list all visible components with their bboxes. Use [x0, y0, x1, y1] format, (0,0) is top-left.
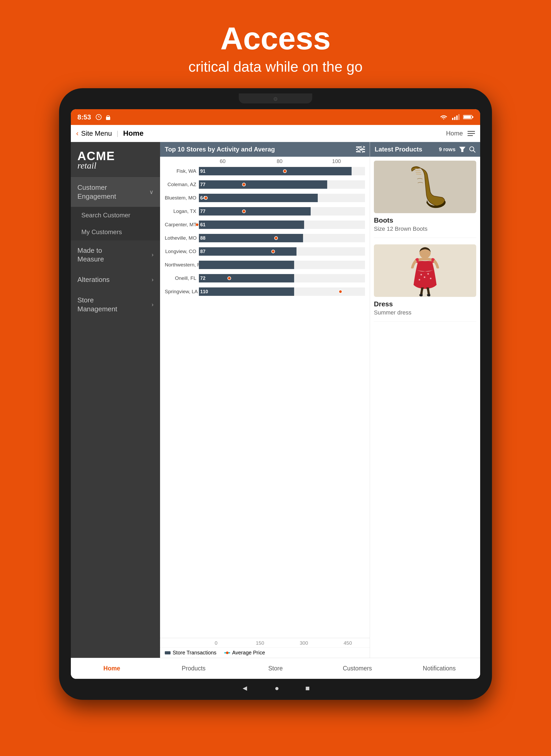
- svg-point-34: [420, 274, 422, 275]
- screen: 8:53: [71, 109, 480, 679]
- svg-point-36: [427, 273, 429, 275]
- bar: 110: [199, 288, 294, 296]
- bar-inner-label: 72: [200, 276, 205, 281]
- chart-row-label: Bluestem, MO: [165, 195, 199, 201]
- bottom-nav: Home Products Store Customers Notificati…: [71, 658, 480, 679]
- svg-point-37: [419, 279, 420, 280]
- bar-container: 64322: [199, 194, 365, 202]
- chart-row-label: Lotheville, MO: [165, 235, 199, 241]
- back-chevron-icon[interactable]: ‹: [76, 129, 78, 137]
- sidebar-item-my-customers[interactable]: My Customers: [71, 224, 160, 241]
- product-boots-name: Boots: [374, 216, 476, 225]
- chart-title: Top 10 Stores by Activity and Averag: [165, 146, 275, 153]
- home-button[interactable]: ●: [275, 684, 279, 693]
- chart-row-label: Carpenter, MT: [165, 222, 199, 228]
- back-button[interactable]: ◄: [241, 684, 248, 693]
- filter-icon[interactable]: [459, 146, 466, 152]
- main-content: ACME retail CustomerEngagement ∨ Search …: [71, 142, 480, 658]
- chart-row: Coleman, AZ77348: [165, 179, 365, 190]
- hero-subtitle: critical data while on the go: [188, 58, 362, 75]
- bar-container: 72258: [199, 274, 365, 283]
- products-controls: 9 rows: [439, 146, 475, 152]
- products-panel: Latest Products 9 rows: [370, 142, 480, 658]
- chart-row: Lotheville, MO88282: [165, 233, 365, 244]
- svg-point-16: [360, 150, 363, 153]
- legend-line-item: Average Price: [224, 650, 265, 656]
- sidebar-item-store-management[interactable]: StoreManagement ›: [71, 290, 160, 320]
- chart-row: Springview, LA110258: [165, 286, 365, 297]
- search-icon[interactable]: [469, 146, 475, 152]
- legend-line-icon: [224, 652, 230, 653]
- hero-section: Access critical data while on the go: [188, 21, 362, 75]
- product-item-boots[interactable]: Boots Size 12 Brown Boots: [374, 161, 476, 238]
- svg-marker-26: [459, 147, 466, 152]
- bar: 77: [199, 207, 311, 216]
- bottom-nav-customers[interactable]: Customers: [317, 662, 398, 675]
- chart-controls: [356, 146, 365, 153]
- store-management-label: StoreManagement: [77, 296, 152, 314]
- site-menu-label[interactable]: Site Menu: [81, 129, 112, 137]
- bottom-nav-notifications[interactable]: Notifications: [398, 662, 480, 675]
- bar-container: 110258: [199, 288, 365, 296]
- hamburger-icon[interactable]: [468, 131, 475, 136]
- products-header: Latest Products 9 rows: [370, 142, 480, 157]
- product-item-dress[interactable]: Dress Summer dress: [374, 245, 476, 322]
- svg-line-28: [473, 150, 475, 152]
- legend-bar-item: Store Transactions: [165, 650, 216, 656]
- chart-panel: Top 10 Stores by Activity and Averag: [160, 142, 370, 658]
- bar-container: 88282: [199, 234, 365, 242]
- bar-inner-label: 88: [200, 236, 205, 241]
- legend-bar-label: Store Transactions: [173, 650, 216, 656]
- sidebar-item-search-customer[interactable]: Search Customer: [71, 207, 160, 224]
- bar-container: 258: [199, 261, 365, 269]
- tablet-device: 8:53: [59, 88, 492, 700]
- chart-row-label: Fisk, WA: [165, 168, 199, 174]
- legend-bar-icon: [165, 651, 170, 655]
- bar-inner-label: 77: [200, 209, 205, 214]
- bar-inner-label: 87: [200, 249, 205, 254]
- sidebar-item-customer-engagement[interactable]: CustomerEngagement ∨: [71, 177, 160, 207]
- svg-rect-7: [458, 114, 459, 120]
- chart-row-label: Logan, TX: [165, 209, 199, 214]
- chart-row: Oneill, FL72258: [165, 273, 365, 284]
- product-dress-name: Dress: [374, 300, 476, 308]
- chart-row: Longview, CO87264: [165, 246, 365, 257]
- product-boots-desc: Size 12 Brown Boots: [374, 226, 476, 232]
- svg-rect-5: [454, 117, 456, 120]
- bottom-nav-home[interactable]: Home: [71, 662, 153, 675]
- chart-header: Top 10 Stores by Activity and Averag: [160, 142, 370, 157]
- bottom-nav-store[interactable]: Store: [234, 662, 317, 675]
- products-list: Boots Size 12 Brown Boots: [370, 157, 480, 658]
- chart-body: Fisk, WA91414Coleman, AZ77348Bluestem, M…: [160, 164, 370, 638]
- chart-row: Bluestem, MO64322: [165, 193, 365, 204]
- sidebar-item-alterations[interactable]: Alterations ›: [71, 270, 160, 290]
- bar-container: 87264: [199, 247, 365, 256]
- svg-point-35: [424, 276, 425, 278]
- svg-line-31: [416, 172, 421, 172]
- bar-container: 91414: [199, 167, 365, 175]
- svg-point-14: [361, 146, 364, 148]
- svg-point-15: [357, 148, 360, 151]
- sidebar-item-made-to-measure[interactable]: Made toMeasure ›: [71, 241, 160, 270]
- android-nav: ◄ ● ■: [59, 684, 492, 693]
- bottom-nav-products[interactable]: Products: [153, 662, 234, 675]
- chart-row-label: Coleman, AZ: [165, 181, 199, 187]
- axis-80: 80: [251, 158, 308, 164]
- bar: [199, 261, 294, 269]
- home-label: Home: [446, 130, 463, 137]
- status-left: 8:53: [77, 113, 111, 121]
- hero-title: Access: [188, 21, 362, 56]
- bar-inner-label: 77: [200, 182, 205, 187]
- bar-inner-label: 64: [200, 195, 205, 201]
- recents-button[interactable]: ■: [306, 684, 310, 693]
- bar: 91: [199, 167, 352, 175]
- clock-icon: [95, 114, 102, 120]
- rows-count: 9 rows: [439, 146, 456, 152]
- product-dress-desc: Summer dress: [374, 309, 476, 316]
- chart-options-icon[interactable]: [356, 146, 365, 153]
- nav-right: Home: [446, 130, 475, 137]
- nav-left: ‹ Site Menu | Home: [76, 129, 143, 137]
- chart-legend: Store Transactions Average Price: [160, 647, 370, 658]
- svg-rect-6: [456, 115, 458, 120]
- bar-inner-label: 110: [200, 289, 208, 295]
